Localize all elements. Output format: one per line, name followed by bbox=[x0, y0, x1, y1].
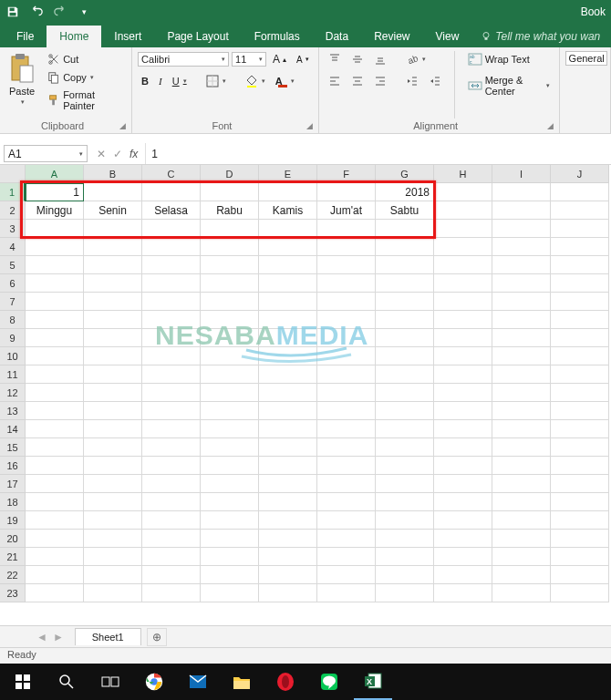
cell[interactable]: Jum'at bbox=[317, 201, 376, 220]
cell[interactable] bbox=[259, 457, 317, 475]
cell[interactable] bbox=[201, 548, 259, 566]
row-header[interactable]: 18 bbox=[0, 493, 26, 511]
cell[interactable] bbox=[551, 201, 609, 220]
cell[interactable] bbox=[142, 293, 201, 311]
cell[interactable] bbox=[201, 584, 259, 602]
fill-color-button[interactable]: ▾ bbox=[242, 73, 269, 89]
cell[interactable] bbox=[201, 274, 259, 293]
number-format-select[interactable]: General bbox=[565, 51, 607, 66]
cell[interactable] bbox=[259, 329, 317, 347]
cell[interactable] bbox=[26, 566, 84, 584]
row-header[interactable]: 8 bbox=[0, 311, 26, 329]
column-header[interactable]: G bbox=[376, 165, 434, 183]
cancel-formula-icon[interactable]: ✕ bbox=[97, 148, 106, 160]
cell[interactable] bbox=[376, 238, 434, 256]
cell[interactable] bbox=[84, 365, 142, 384]
cell[interactable] bbox=[259, 311, 317, 329]
cell[interactable] bbox=[434, 347, 492, 365]
row-header[interactable]: 6 bbox=[0, 274, 26, 293]
cell[interactable] bbox=[551, 311, 609, 329]
alignment-launcher-icon[interactable]: ◢ bbox=[547, 121, 554, 130]
cell[interactable] bbox=[551, 457, 609, 475]
cell[interactable] bbox=[142, 584, 201, 602]
cell[interactable] bbox=[259, 420, 317, 438]
sheet-nav-next-icon[interactable]: ► bbox=[53, 631, 64, 643]
tab-page-layout[interactable]: Page Layout bbox=[154, 26, 241, 47]
cell[interactable] bbox=[317, 566, 376, 584]
cell[interactable] bbox=[317, 438, 376, 457]
cell[interactable] bbox=[551, 183, 609, 201]
cell[interactable] bbox=[259, 438, 317, 457]
row-header[interactable]: 2 bbox=[0, 201, 26, 220]
cell[interactable] bbox=[259, 511, 317, 530]
cell[interactable] bbox=[492, 311, 551, 329]
cell[interactable] bbox=[84, 457, 142, 475]
cell[interactable] bbox=[551, 438, 609, 457]
cell[interactable] bbox=[26, 420, 84, 438]
cell[interactable] bbox=[84, 311, 142, 329]
cell[interactable] bbox=[551, 329, 609, 347]
cell[interactable] bbox=[492, 530, 551, 548]
cell[interactable] bbox=[551, 293, 609, 311]
cell[interactable] bbox=[84, 493, 142, 511]
cell[interactable] bbox=[434, 402, 492, 420]
name-box[interactable]: A1▾ bbox=[4, 145, 88, 162]
cell[interactable] bbox=[84, 566, 142, 584]
cell[interactable] bbox=[317, 274, 376, 293]
cell[interactable] bbox=[492, 256, 551, 274]
cell[interactable] bbox=[142, 493, 201, 511]
redo-icon[interactable] bbox=[53, 5, 67, 19]
cell[interactable] bbox=[551, 347, 609, 365]
column-header[interactable]: A bbox=[26, 165, 84, 183]
font-color-button[interactable]: A▾ bbox=[272, 74, 298, 89]
cell[interactable] bbox=[317, 238, 376, 256]
cell[interactable] bbox=[259, 293, 317, 311]
column-header[interactable]: C bbox=[142, 165, 201, 183]
cell[interactable] bbox=[492, 475, 551, 493]
increase-indent-button[interactable] bbox=[425, 73, 445, 89]
cell[interactable] bbox=[142, 511, 201, 530]
cell[interactable] bbox=[142, 347, 201, 365]
tab-review[interactable]: Review bbox=[361, 26, 422, 47]
cell[interactable] bbox=[492, 457, 551, 475]
row-header[interactable]: 12 bbox=[0, 384, 26, 402]
cell[interactable] bbox=[84, 530, 142, 548]
cell[interactable] bbox=[551, 530, 609, 548]
copy-button[interactable]: Copy▾ bbox=[44, 69, 126, 86]
tab-data[interactable]: Data bbox=[313, 26, 361, 47]
cell[interactable] bbox=[492, 201, 551, 220]
cell[interactable]: 1 bbox=[26, 183, 84, 201]
cell[interactable] bbox=[376, 493, 434, 511]
cell[interactable] bbox=[142, 475, 201, 493]
cell[interactable] bbox=[376, 530, 434, 548]
cell[interactable] bbox=[26, 220, 84, 238]
cell[interactable] bbox=[492, 566, 551, 584]
cell[interactable] bbox=[259, 238, 317, 256]
orientation-button[interactable]: ab▾ bbox=[402, 51, 430, 67]
cell[interactable] bbox=[201, 329, 259, 347]
cell[interactable] bbox=[376, 384, 434, 402]
cell[interactable] bbox=[434, 201, 492, 220]
cell[interactable]: Kamis bbox=[259, 201, 317, 220]
sheet-tab-1[interactable]: Sheet1 bbox=[75, 628, 141, 645]
cell[interactable] bbox=[434, 457, 492, 475]
cell[interactable] bbox=[259, 365, 317, 384]
cell[interactable] bbox=[317, 420, 376, 438]
cell[interactable]: 2018 bbox=[376, 183, 434, 201]
wrap-text-button[interactable]: abc Wrap Text bbox=[464, 51, 554, 67]
cell[interactable] bbox=[551, 511, 609, 530]
cell[interactable] bbox=[376, 347, 434, 365]
cell[interactable] bbox=[376, 402, 434, 420]
cell[interactable] bbox=[84, 402, 142, 420]
cell[interactable] bbox=[317, 293, 376, 311]
file-explorer-icon[interactable] bbox=[223, 664, 261, 700]
cell[interactable] bbox=[259, 384, 317, 402]
cell[interactable] bbox=[201, 475, 259, 493]
cell[interactable]: Senin bbox=[84, 201, 142, 220]
cell[interactable] bbox=[492, 402, 551, 420]
column-header[interactable]: D bbox=[201, 165, 259, 183]
cell[interactable] bbox=[434, 238, 492, 256]
decrease-indent-button[interactable] bbox=[402, 73, 422, 89]
cell[interactable] bbox=[492, 511, 551, 530]
cell[interactable] bbox=[259, 566, 317, 584]
